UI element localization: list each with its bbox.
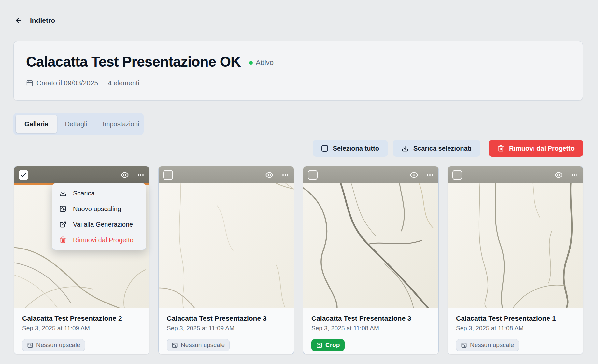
status-dot-icon	[249, 61, 253, 65]
marble-image-4	[448, 166, 583, 308]
eye-icon[interactable]	[410, 171, 418, 179]
card-title: Calacatta Test Presentazione 2	[22, 314, 141, 323]
created-date-label: Creato il 09/03/2025	[36, 79, 98, 87]
calendar-icon	[26, 79, 33, 87]
card-title: Calacatta Test Presentazione 3	[167, 314, 286, 323]
gallery-card[interactable]: Calacatta Test Presentazione 3 Sep 3, 20…	[303, 166, 439, 354]
page-title: Calacatta Test Presentazione OK	[26, 53, 241, 71]
card-overlay-bar	[14, 166, 149, 183]
tab-gallery[interactable]: Galleria	[16, 115, 57, 133]
download-selected-label: Scarica selezionati	[413, 145, 472, 152]
menu-item-download[interactable]: Scarica	[52, 185, 146, 201]
card-date: Sep 3, 2025 at 11:09 AM	[167, 325, 286, 332]
menu-item-label: Scarica	[73, 190, 95, 197]
gallery-grid: Scarica Nuovo upscaling Vai alla Generaz…	[14, 166, 583, 354]
card-badge: Nessun upscale	[456, 339, 519, 351]
bulk-actions-row: Seleziona tutto Scarica selezionati Rimu…	[13, 140, 583, 157]
card-badge: Nessun upscale	[167, 339, 230, 351]
card-badge-label: Nessun upscale	[36, 342, 80, 349]
back-label: Indietro	[30, 17, 55, 24]
arrow-left-icon	[14, 16, 23, 25]
marble-image	[303, 166, 438, 308]
eye-icon[interactable]	[121, 171, 129, 179]
card-checkbox[interactable]	[308, 170, 318, 180]
download-icon	[59, 190, 66, 197]
card-date: Sep 3, 2025 at 11:08 AM	[311, 325, 430, 332]
ellipsis-icon[interactable]	[571, 171, 578, 179]
remove-from-project-button[interactable]: Rimuovi dal Progetto	[489, 140, 583, 157]
card-badge: Nessun upscale	[22, 339, 85, 351]
card-badge-label: Crop	[325, 342, 340, 349]
image-upscale-icon	[27, 342, 33, 348]
card-overlay-bar	[159, 166, 294, 183]
back-button[interactable]: Indietro	[14, 16, 55, 25]
card-badge-crop: Crop	[311, 339, 345, 351]
marble-image-2	[159, 166, 294, 308]
card-badge-label: Nessun upscale	[470, 342, 514, 349]
gallery-card[interactable]: Scarica Nuovo upscaling Vai alla Generaz…	[14, 166, 150, 354]
menu-item-go-generation[interactable]: Vai alla Generazione	[52, 217, 146, 232]
card-checkbox[interactable]	[19, 170, 28, 180]
created-date: Creato il 09/03/2025	[26, 79, 98, 87]
ellipsis-icon[interactable]	[281, 171, 289, 179]
card-overlay-bar	[448, 166, 583, 183]
tab-bar: Galleria Dettagli Impostazioni	[13, 113, 144, 135]
external-link-icon	[59, 221, 66, 228]
check-icon	[20, 172, 27, 178]
ellipsis-icon[interactable]	[426, 171, 434, 179]
select-all-button[interactable]: Seleziona tutto	[313, 140, 388, 157]
items-count: 4 elementi	[108, 79, 139, 87]
menu-item-label: Vai alla Generazione	[73, 221, 133, 228]
card-badge-label: Nessun upscale	[181, 342, 225, 349]
status-label: Attivo	[256, 59, 274, 67]
card-overlay-bar	[303, 166, 438, 183]
menu-item-new-upscale[interactable]: Nuovo upscaling	[52, 201, 146, 217]
card-date: Sep 3, 2025 at 11:08 AM	[456, 325, 575, 332]
download-selected-button[interactable]: Scarica selezionati	[393, 140, 480, 157]
checkbox-blank-icon	[321, 145, 328, 152]
select-all-label: Seleziona tutto	[333, 145, 379, 152]
tab-details[interactable]: Dettagli	[57, 115, 95, 133]
card-checkbox[interactable]	[452, 170, 462, 180]
card-context-menu: Scarica Nuovo upscaling Vai alla Generaz…	[52, 183, 146, 250]
image-upscale-icon	[172, 342, 178, 348]
card-title: Calacatta Test Presentazione 3	[311, 314, 430, 323]
status-badge: Attivo	[249, 59, 274, 67]
card-title: Calacatta Test Presentazione 1	[456, 314, 575, 323]
gallery-card[interactable]: Calacatta Test Presentazione 3 Sep 3, 20…	[158, 166, 294, 354]
card-checkbox[interactable]	[163, 170, 173, 180]
project-header-card: Calacatta Test Presentazione OK Attivo C…	[13, 41, 583, 101]
download-icon	[402, 145, 408, 152]
marble-image-3	[303, 166, 438, 308]
card-date: Sep 3, 2025 at 11:09 AM	[22, 325, 141, 332]
eye-icon[interactable]	[554, 171, 563, 179]
trash-icon	[497, 145, 504, 152]
marble-image	[159, 166, 294, 308]
menu-item-label: Nuovo upscaling	[73, 205, 121, 213]
remove-from-project-label: Rimuovi dal Progetto	[509, 145, 575, 152]
marble-image	[448, 166, 583, 308]
tab-settings[interactable]: Impostazioni	[95, 115, 147, 133]
image-upscale-icon	[59, 205, 66, 212]
image-crop-icon	[316, 342, 322, 348]
trash-icon	[59, 236, 66, 244]
ellipsis-icon[interactable]	[137, 171, 145, 179]
eye-icon[interactable]	[265, 171, 274, 179]
menu-item-remove[interactable]: Rimuovi dal Progetto	[52, 232, 146, 248]
menu-item-label: Rimuovi dal Progetto	[73, 236, 134, 244]
gallery-card[interactable]: Calacatta Test Presentazione 1 Sep 3, 20…	[448, 166, 583, 354]
image-upscale-icon	[461, 342, 467, 348]
items-count-label: 4 elementi	[108, 79, 139, 87]
